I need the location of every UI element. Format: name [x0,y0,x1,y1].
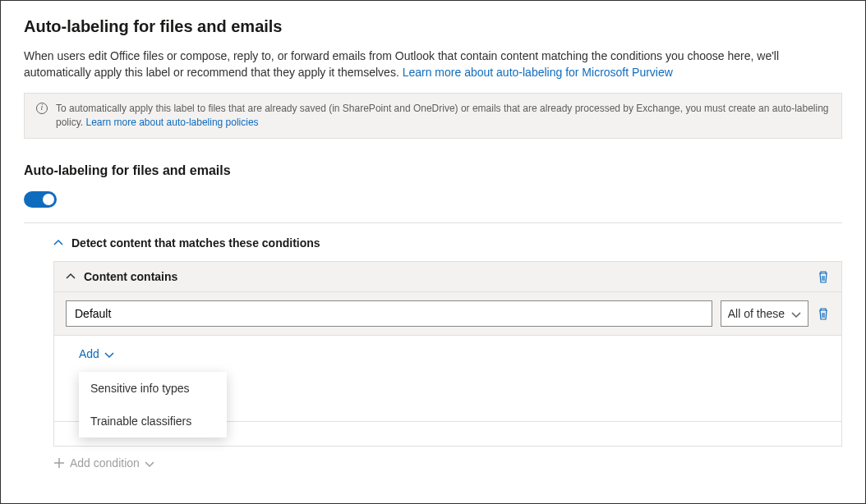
operator-select[interactable]: All of these [721,300,808,327]
chevron-down-icon [104,349,114,359]
add-button[interactable]: Add [54,336,139,372]
autolabel-toggle[interactable] [24,191,57,208]
operator-value: All of these [728,307,785,320]
info-callout: i To automatically apply this label to f… [24,93,842,140]
menu-item-sensitive-info-types[interactable]: Sensitive info types [79,372,227,405]
info-text: To automatically apply this label to fil… [56,102,830,131]
content-contains-panel: Content contains All of these Add [53,261,842,447]
add-label: Add [79,347,99,360]
menu-item-trainable-classifiers[interactable]: Trainable classifiers [79,405,227,438]
add-condition-button[interactable]: Add condition [53,456,154,470]
section-title: Auto-labeling for files and emails [24,163,842,178]
chevron-down-icon [145,458,154,468]
content-group-row: All of these [54,291,841,335]
add-condition-label: Add condition [70,456,140,470]
info-link[interactable]: Learn more about auto-labeling policies [85,117,258,128]
chevron-up-icon [53,238,63,248]
content-contains-header[interactable]: Content contains [54,262,841,291]
content-contains-title: Content contains [84,270,808,283]
info-icon: i [36,103,48,114]
page-title: Auto-labeling for files and emails [24,17,842,36]
page-description: When users edit Office files or compose,… [24,48,842,81]
chevron-up-icon [66,272,76,282]
plus-icon [53,457,65,469]
conditions-accordion-header[interactable]: Detect content that matches these condit… [53,236,842,250]
add-dropdown-menu: Sensitive info types Trainable classifie… [79,372,227,438]
group-name-input[interactable] [66,300,712,327]
accordion-title-text: Detect content that matches these condit… [71,236,320,250]
delete-group-button[interactable] [817,307,830,320]
delete-condition-button[interactable] [817,270,830,283]
content-group-body: Add Sensitive info types Trainable class… [54,335,841,446]
chevron-down-icon [791,309,801,318]
divider [24,222,842,223]
learn-more-link[interactable]: Learn more about auto-labeling for Micro… [403,66,673,79]
